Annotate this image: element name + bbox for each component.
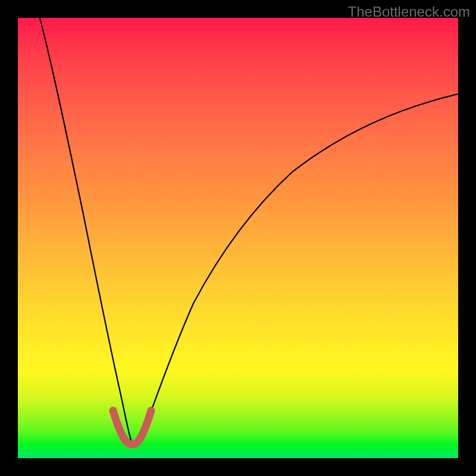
plot-area	[18, 18, 458, 458]
watermark: TheBottleneck.com	[348, 4, 470, 20]
highlight-segment	[113, 411, 151, 444]
bottleneck-curve	[40, 18, 458, 445]
curve-layer	[18, 18, 458, 458]
chart-frame: TheBottleneck.com	[0, 0, 476, 476]
